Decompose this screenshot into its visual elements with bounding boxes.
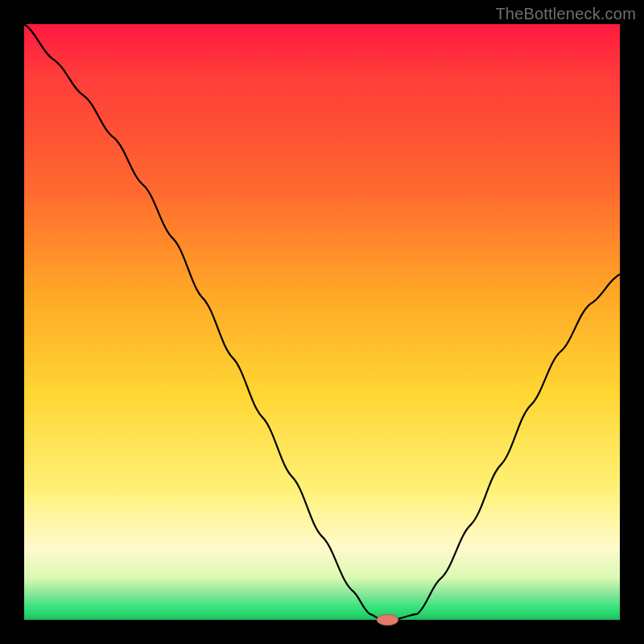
plot-svg — [24, 24, 620, 620]
minimum-marker — [377, 614, 398, 625]
chart-frame: TheBottleneck.com — [0, 0, 644, 644]
plot-area — [24, 24, 620, 620]
watermark-text: TheBottleneck.com — [495, 5, 636, 23]
bottleneck-curve — [24, 24, 620, 620]
